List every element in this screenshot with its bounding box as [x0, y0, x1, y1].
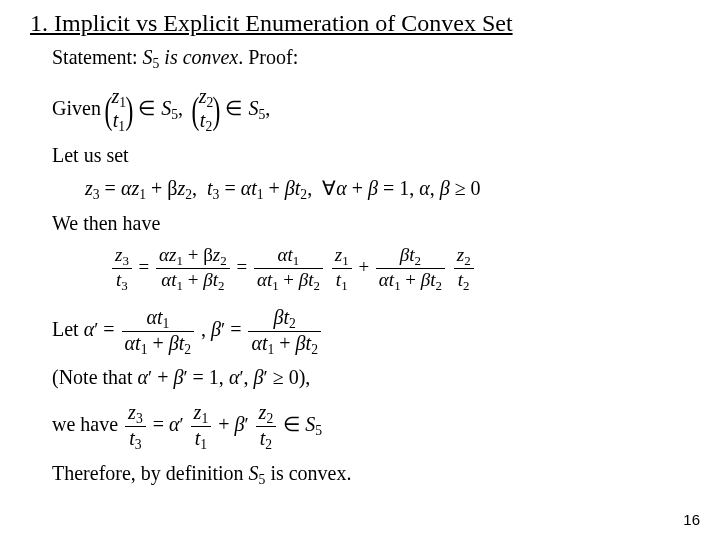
- let-us-set: Let us set: [52, 144, 690, 167]
- alpha-beta-prime-def: Let α′ = αt1 αt1 + βt2 , β′ = βt2 αt1 + …: [52, 306, 690, 358]
- let-label: Let: [52, 318, 84, 340]
- note-line: (Note that α′ + β′ = 1, α′, β′ ≥ 0),: [52, 366, 690, 389]
- therefore-line: Therefore, by definition S5 is convex.: [52, 462, 690, 488]
- we-have-line: we have z3 t3 = α′ z1 t1 + β′ z2 t2 ∈ S5: [52, 401, 690, 453]
- note-close: ),: [299, 366, 311, 388]
- statement-line: Statement: S5 is convex. Proof:: [52, 46, 690, 72]
- we-have-label: we have: [52, 414, 123, 436]
- statement-label: Statement:: [52, 46, 143, 68]
- we-then-have: We then have: [52, 212, 690, 235]
- slide: 1. Implicit vs Explicit Enumeration of C…: [0, 0, 720, 540]
- given-label: Given: [52, 97, 106, 119]
- note-label: (Note that: [52, 366, 138, 388]
- z3-t3-def: z3 = αz1 + βz2, t3 = αt1 + βt2, ∀α + β =…: [85, 176, 690, 203]
- slide-title: 1. Implicit vs Explicit Enumeration of C…: [30, 10, 690, 37]
- therefore-end: is convex.: [265, 462, 351, 484]
- therefore-label: Therefore, by definition: [52, 462, 249, 484]
- page-number: 16: [683, 511, 700, 528]
- proof-label: . Proof:: [238, 46, 298, 68]
- given-line: Given (z1t1) ∈ S5, (z2t2) ∈ S5,: [52, 86, 690, 135]
- main-equation: z3 t3 = αz1 + βz2 αt1 + βt2 = αt1 αt1 + …: [110, 244, 690, 294]
